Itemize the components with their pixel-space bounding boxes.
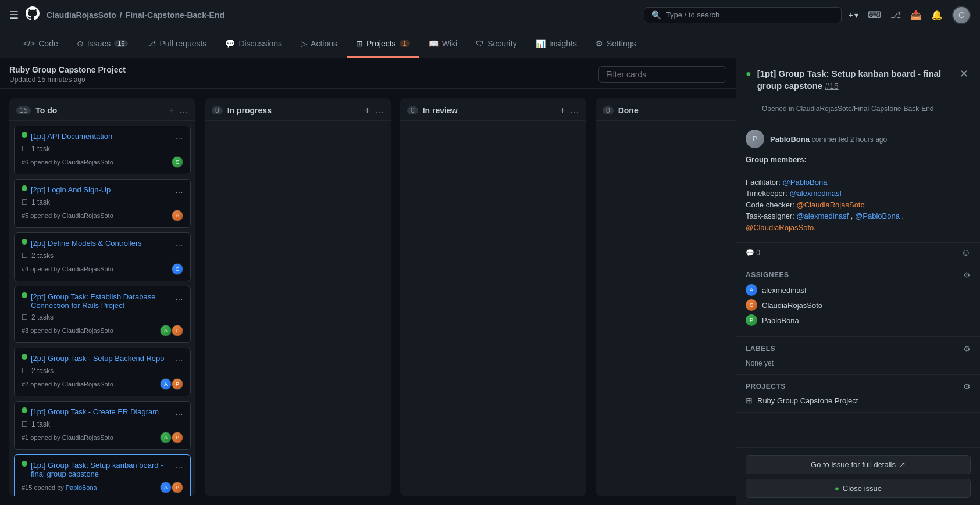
- done-count: 0: [603, 106, 614, 114]
- assignee-avatar-2: P: [172, 432, 183, 443]
- search-icon: 🔍: [651, 10, 661, 20]
- card-menu-icon[interactable]: …: [175, 239, 183, 248]
- task-icon: ☐: [22, 313, 28, 321]
- issue-title-area: ● [1pt] Group Task: Setup kanban board -…: [746, 67, 953, 92]
- nav-pull-requests[interactable]: ⎇ Pull requests: [137, 30, 216, 58]
- github-logo[interactable]: [26, 6, 40, 24]
- column-menu-icon[interactable]: …: [375, 105, 384, 116]
- card-tasks: ☐ 2 tasks: [22, 252, 183, 260]
- todo-cards: [1pt] API Documentation … ☐ 1 task #6 op…: [9, 121, 195, 496]
- issue-ref: #1 opened by ClaudiaRojasSoto: [22, 434, 113, 441]
- projects-label: Projects: [746, 382, 786, 391]
- close-issue-button[interactable]: ● Close issue: [746, 479, 971, 498]
- task-count: 2 tasks: [31, 252, 54, 260]
- nav-security[interactable]: 🛡 Security: [466, 30, 526, 58]
- card-menu-icon[interactable]: …: [175, 407, 183, 417]
- kanban-header: Ruby Group Capstone Project Updated 15 m…: [0, 58, 736, 89]
- user-avatar[interactable]: C: [952, 6, 971, 24]
- open-status-dot: [22, 185, 27, 191]
- task-assigner-link-2[interactable]: @PabloBona: [855, 212, 900, 220]
- inprogress-actions: + …: [365, 105, 384, 116]
- assignees-section: Assignees ⚙ A alexmedinasf C ClaudiaRoja…: [736, 263, 980, 337]
- nav-insights[interactable]: 📊 Insights: [526, 30, 586, 58]
- assignee-avatar: C: [172, 263, 183, 275]
- issue-number-link[interactable]: #15: [825, 81, 838, 91]
- card-header: [1pt] Group Task: Setup kanban board - f…: [22, 461, 183, 478]
- nav-actions[interactable]: ▷ Actions: [291, 30, 347, 58]
- issues-badge: 15: [114, 40, 128, 47]
- emoji-react-button[interactable]: ☺: [961, 248, 971, 258]
- column-menu-icon[interactable]: …: [179, 105, 188, 116]
- projects-icon: ⊞: [356, 39, 363, 48]
- commenter-name[interactable]: PabloBona: [770, 135, 810, 144]
- nav-wiki[interactable]: 📖 Wiki: [419, 30, 466, 58]
- card-header: [2pt] Group Task: Establish Database Con…: [22, 292, 183, 310]
- nav-repo[interactable]: Final-Capstone-Back-End: [126, 10, 224, 20]
- project-info: Ruby Group Capstone Project Updated 15 m…: [9, 65, 126, 84]
- pull-requests-icon[interactable]: ⎇: [890, 9, 901, 20]
- issue-ref: #4 opened by ClaudiaRojasSoto: [22, 266, 113, 273]
- column-todo-header: 15 To do + …: [9, 98, 195, 121]
- card-title: [2pt] Group Task - Setup Backend Repo: [31, 354, 175, 363]
- global-search[interactable]: 🔍 Type / to search: [644, 7, 842, 23]
- card-menu-icon[interactable]: …: [175, 132, 183, 141]
- todo-actions: + …: [169, 105, 188, 116]
- inbox-icon[interactable]: 📥: [910, 9, 922, 20]
- terminal-icon[interactable]: ⌨: [868, 9, 881, 20]
- card-header: [1pt] Group Task - Create ER Diagram …: [22, 407, 183, 417]
- close-panel-button[interactable]: ✕: [957, 67, 971, 80]
- issue-open-icon: ●: [746, 69, 751, 79]
- projects-gear-icon[interactable]: ⚙: [963, 382, 971, 391]
- labels-gear-icon[interactable]: ⚙: [963, 344, 971, 353]
- task-assigner-link-3[interactable]: @ClaudiaRojasSoto: [746, 223, 814, 232]
- timekeeper-link[interactable]: @alexmedinasf: [789, 189, 842, 198]
- card-tasks: ☐ 1 task: [22, 145, 183, 153]
- task-icon: ☐: [22, 367, 28, 375]
- commenter-avatar: P: [746, 130, 764, 148]
- card-menu-icon[interactable]: …: [175, 354, 183, 363]
- issue-title: [1pt] Group Task: Setup kanban board - f…: [757, 69, 941, 91]
- card-menu-icon[interactable]: …: [175, 185, 183, 195]
- nav-issues[interactable]: ⊙ Issues 15: [67, 30, 138, 58]
- card-header: [2pt] Define Models & Controllers …: [22, 239, 183, 248]
- security-icon: 🛡: [476, 39, 484, 48]
- goto-issue-button[interactable]: Go to issue for full details ↗: [746, 455, 971, 474]
- code-checker-link[interactable]: @ClaudiaRojasSoto: [796, 200, 864, 209]
- filter-cards-input[interactable]: [598, 66, 726, 83]
- nav-code[interactable]: </> Code: [14, 30, 67, 58]
- nav-discussions[interactable]: 💬 Discussions: [216, 30, 291, 58]
- issue-ref: #3 opened by ClaudiaRojasSoto: [22, 327, 113, 334]
- facilitator-link[interactable]: @PabloBona: [783, 178, 828, 187]
- project-title: Ruby Group Capstone Project: [9, 65, 126, 74]
- card-api-docs[interactable]: [1pt] API Documentation … ☐ 1 task #6 op…: [14, 126, 191, 174]
- card-backend-repo[interactable]: [2pt] Group Task - Setup Backend Repo … …: [14, 348, 191, 396]
- new-item-button[interactable]: +▾: [849, 10, 858, 20]
- task-assigner-link-1[interactable]: @alexmedinasf: [796, 212, 849, 220]
- card-menu-icon[interactable]: …: [175, 461, 183, 470]
- card-menu-icon[interactable]: …: [175, 292, 183, 302]
- nav-projects[interactable]: ⊞ Projects 1: [347, 30, 419, 58]
- card-login-signup[interactable]: [2pt] Login And Sign-Up … ☐ 1 task #5 op…: [14, 179, 191, 228]
- column-menu-icon[interactable]: …: [570, 105, 579, 116]
- add-card-icon[interactable]: +: [560, 105, 565, 116]
- add-card-icon[interactable]: +: [365, 105, 370, 116]
- comment-author-row: P PabloBona commented 2 hours ago: [746, 130, 971, 148]
- comment-actions: 💬 0 ☺: [736, 243, 980, 263]
- assignee-row-1: A alexmedinasf: [746, 284, 971, 296]
- assignees-gear-icon[interactable]: ⚙: [963, 270, 971, 280]
- nav-settings[interactable]: ⚙ Settings: [586, 30, 646, 58]
- card-er-diagram[interactable]: [1pt] Group Task - Create ER Diagram … ☐…: [14, 401, 191, 450]
- hamburger-icon[interactable]: ☰: [9, 9, 19, 22]
- card-kanban-setup[interactable]: [1pt] Group Task: Setup kanban board - f…: [14, 454, 191, 496]
- open-status-dot: [22, 292, 27, 298]
- card-db-connection[interactable]: [2pt] Group Task: Establish Database Con…: [14, 286, 191, 343]
- main-content: Ruby Group Capstone Project Updated 15 m…: [0, 58, 980, 505]
- card-tasks: ☐ 2 tasks: [22, 367, 183, 375]
- bell-icon[interactable]: 🔔: [931, 10, 943, 20]
- open-status-dot: [22, 132, 27, 138]
- nav-username[interactable]: ClaudiaRojasSoto: [47, 10, 116, 20]
- labels-value: None yet: [746, 359, 774, 367]
- card-models-controllers[interactable]: [2pt] Define Models & Controllers … ☐ 2 …: [14, 232, 191, 281]
- add-card-icon[interactable]: +: [169, 105, 174, 116]
- inreview-cards: [400, 121, 586, 496]
